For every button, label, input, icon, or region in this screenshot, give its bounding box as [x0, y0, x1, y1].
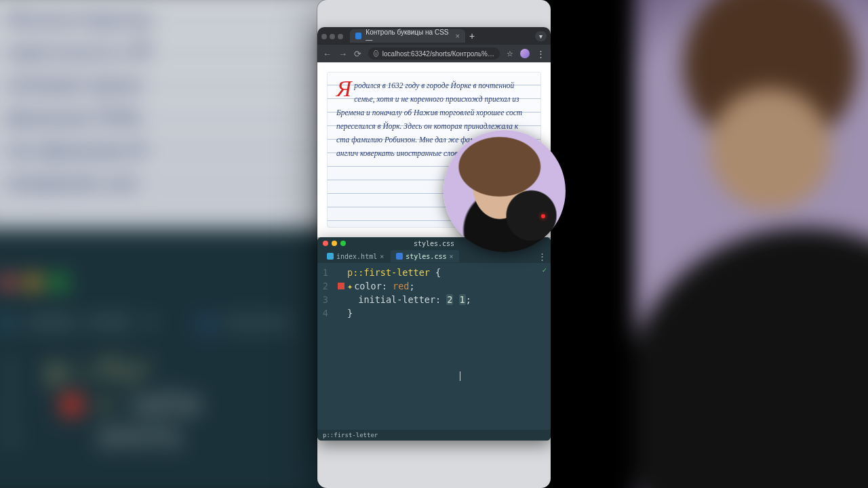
favicon-icon — [355, 33, 361, 39]
code-line: 4 } — [317, 306, 551, 320]
window-controls[interactable] — [321, 30, 346, 42]
css-file-icon — [396, 253, 403, 260]
code-area[interactable]: 1 p::first-letter { 2 ✦color: red; 3 ini… — [317, 263, 551, 320]
url-text: localhost:63342/shorts/Контроль%… — [382, 50, 494, 58]
new-tab-button[interactable]: + — [469, 31, 475, 41]
file-tab-styles[interactable]: styles.css × — [391, 250, 458, 262]
profile-avatar-icon[interactable] — [520, 49, 530, 58]
code-line: 3 initial-letter: 2 1; — [317, 293, 551, 306]
back-button[interactable]: ← — [323, 49, 332, 59]
code-line: 1 p::first-letter { — [317, 266, 551, 279]
video-column: Контроль буквицы на CSS — × + ▾ ← → ⟳ i … — [317, 0, 551, 488]
editor-overflow-icon[interactable]: ⋮ — [538, 251, 547, 262]
code-line: 2 ✦color: red; — [317, 279, 551, 293]
webcam-overlay — [443, 130, 566, 252]
forward-button[interactable]: → — [338, 49, 347, 59]
browser-tab[interactable]: Контроль буквицы на CSS — × — [350, 29, 465, 43]
drop-cap: Я — [336, 79, 354, 99]
code-editor-window: styles.css index.html × styles.css × ⋮ ✓… — [317, 237, 551, 441]
reload-button[interactable]: ⟳ — [354, 49, 361, 59]
file-tab-index[interactable]: index.html × — [321, 250, 389, 262]
close-icon[interactable]: × — [380, 253, 384, 260]
editor-tabs: index.html × styles.css × ⋮ — [317, 249, 551, 263]
html-file-icon — [327, 253, 334, 260]
tab-title: Контроль буквицы на CSS — — [366, 28, 451, 43]
text-caret — [460, 371, 460, 381]
browser-tabstrip: Контроль буквицы на CSS — × + ▾ — [317, 27, 551, 45]
color-swatch-icon[interactable] — [338, 283, 344, 289]
bg-webcam-face — [635, 0, 868, 488]
tabs-overflow-button[interactable]: ▾ — [535, 31, 547, 41]
browser-menu-icon[interactable]: ⋮ — [536, 49, 545, 59]
close-tab-icon[interactable]: × — [456, 32, 460, 40]
site-info-icon[interactable]: i — [374, 50, 378, 57]
analysis-ok-icon: ✓ — [542, 266, 547, 274]
close-icon[interactable]: × — [449, 253, 453, 260]
browser-toolbar: ← → ⟳ i localhost:63342/shorts/Контроль%… — [317, 45, 551, 62]
address-bar[interactable]: i localhost:63342/shorts/Контроль%… — [368, 47, 500, 60]
editor-breadcrumb[interactable]: p::first-letter — [317, 430, 551, 441]
bookmark-icon[interactable]: ☆ — [507, 49, 513, 58]
intention-bulb-icon[interactable]: ✦ — [347, 281, 353, 291]
